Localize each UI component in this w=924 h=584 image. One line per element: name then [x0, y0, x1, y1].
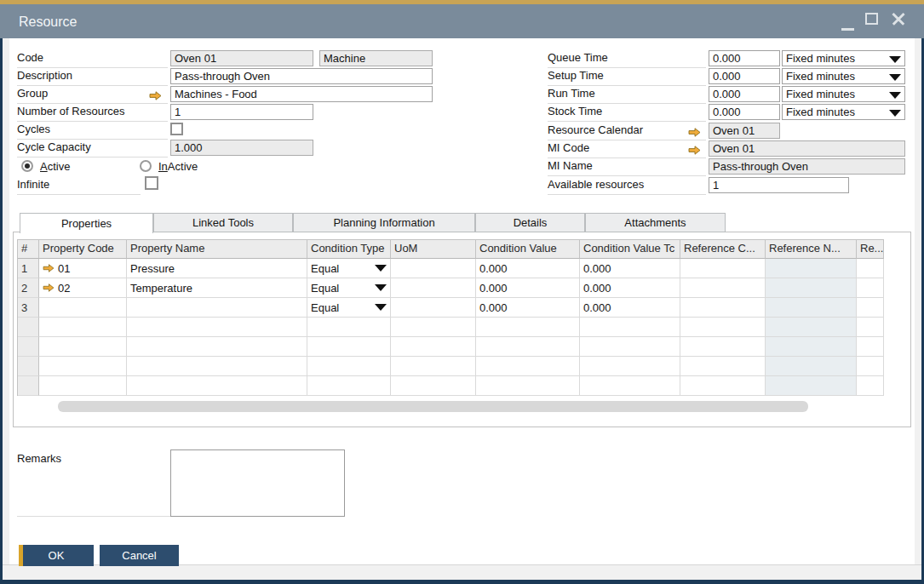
property-code-cell[interactable] — [39, 318, 127, 337]
infinite-checkbox[interactable] — [145, 176, 158, 190]
stock-time-unit-select[interactable]: Fixed minutes — [782, 104, 905, 120]
condition-value-to-cell[interactable] — [580, 318, 680, 337]
uom-cell[interactable] — [391, 259, 476, 278]
horizontal-scrollbar-thumb[interactable] — [58, 401, 808, 412]
condition-type-cell[interactable] — [307, 337, 391, 357]
uom-cell[interactable] — [391, 278, 476, 298]
re-cell[interactable] — [857, 318, 884, 337]
code-field[interactable] — [170, 50, 313, 66]
close-icon[interactable] — [892, 12, 905, 26]
link-arrow-icon[interactable] — [43, 282, 55, 295]
uom-cell[interactable] — [391, 337, 476, 357]
reference-c-cell[interactable] — [680, 337, 766, 357]
re-cell[interactable] — [857, 298, 884, 318]
condition-value-cell[interactable]: 0.000 — [476, 298, 580, 318]
titlebar[interactable]: Resource — [0, 4, 924, 38]
uom-cell[interactable] — [391, 298, 476, 318]
condition-type-cell[interactable]: Equal — [307, 278, 391, 298]
group-link-arrow-icon[interactable] — [149, 89, 162, 98]
uom-cell[interactable] — [391, 357, 476, 376]
re-cell[interactable] — [857, 278, 884, 298]
condition-value-cell[interactable]: 0.000 — [476, 278, 580, 298]
inactive-radio-label[interactable]: InActive — [158, 160, 198, 173]
reference-c-cell[interactable] — [680, 298, 766, 318]
setup-time-unit-select[interactable]: Fixed minutes — [782, 68, 905, 84]
property-code-cell[interactable] — [39, 337, 127, 357]
condition-value-cell[interactable] — [476, 318, 580, 337]
tab-properties[interactable]: Properties — [20, 213, 153, 233]
number-of-resources-field[interactable] — [170, 104, 313, 120]
mi-code-link-arrow-icon[interactable] — [688, 143, 701, 152]
condition-type-cell[interactable] — [307, 318, 391, 337]
cycle-capacity-field[interactable] — [170, 140, 313, 156]
reference-n-cell[interactable] — [766, 357, 857, 376]
condition-value-to-cell[interactable] — [580, 376, 680, 396]
property-code-cell[interactable] — [39, 298, 127, 318]
active-radio[interactable] — [21, 160, 33, 172]
condition-type-cell[interactable]: Equal — [307, 298, 391, 318]
reference-c-cell[interactable] — [680, 259, 766, 278]
tab-details[interactable]: Details — [475, 213, 585, 232]
mi-code-field[interactable] — [709, 140, 905, 157]
property-code-cell[interactable]: 02 — [39, 278, 127, 298]
run-time-field[interactable] — [709, 86, 780, 102]
tab-planning-information[interactable]: Planning Information — [293, 213, 475, 232]
resource-type-field[interactable] — [319, 50, 433, 66]
reference-c-cell[interactable] — [680, 376, 766, 396]
queue-time-field[interactable] — [709, 50, 780, 66]
name-cell[interactable]: Temperature — [127, 278, 307, 298]
condition-value-to-cell[interactable]: 0.000 — [580, 278, 680, 298]
condition-value-cell[interactable] — [476, 357, 580, 376]
condition-value-to-cell[interactable]: 0.000 — [580, 259, 680, 278]
condition-value-to-cell[interactable] — [580, 337, 680, 357]
uom-cell[interactable] — [391, 376, 476, 396]
reference-n-cell[interactable] — [766, 278, 857, 298]
inactive-radio[interactable] — [140, 160, 152, 172]
condition-type-cell[interactable]: Equal — [307, 259, 391, 278]
minimize-icon[interactable] — [841, 28, 854, 31]
property-code-cell[interactable]: 01 — [39, 259, 127, 278]
reference-n-cell[interactable] — [766, 259, 857, 278]
re-cell[interactable] — [857, 259, 884, 278]
cycles-checkbox[interactable] — [170, 123, 183, 135]
name-cell[interactable] — [127, 337, 307, 357]
tab-linked-tools[interactable]: Linked Tools — [153, 213, 293, 232]
reference-n-cell[interactable] — [766, 318, 857, 337]
name-cell[interactable] — [127, 298, 307, 318]
re-cell[interactable] — [857, 357, 884, 376]
property-code-cell[interactable] — [39, 376, 127, 396]
property-code-cell[interactable] — [39, 357, 127, 376]
stock-time-field[interactable] — [709, 104, 780, 120]
condition-type-cell[interactable] — [307, 376, 391, 396]
available-resources-field[interactable] — [709, 177, 849, 193]
resource-calendar-field[interactable] — [709, 123, 780, 139]
resource-calendar-link-arrow-icon[interactable] — [688, 125, 701, 135]
condition-value-cell[interactable] — [476, 376, 580, 396]
queue-time-unit-select[interactable]: Fixed minutes — [782, 50, 905, 66]
name-cell[interactable] — [127, 318, 307, 337]
name-cell[interactable] — [127, 376, 307, 396]
reference-c-cell[interactable] — [680, 357, 766, 376]
ok-button[interactable]: OK — [19, 545, 94, 566]
condition-value-cell[interactable] — [476, 337, 580, 357]
condition-value-to-cell[interactable] — [580, 357, 680, 376]
reference-c-cell[interactable] — [680, 318, 766, 337]
run-time-unit-select[interactable]: Fixed minutes — [782, 86, 905, 102]
description-field[interactable] — [170, 68, 433, 84]
name-cell[interactable]: Pressure — [127, 259, 307, 278]
reference-c-cell[interactable] — [680, 278, 766, 298]
tab-attachments[interactable]: Attachments — [585, 213, 726, 232]
mi-name-field[interactable] — [709, 158, 905, 175]
re-cell[interactable] — [857, 376, 884, 396]
condition-value-cell[interactable]: 0.000 — [476, 259, 580, 278]
reference-n-cell[interactable] — [766, 337, 857, 357]
reference-n-cell[interactable] — [766, 376, 857, 396]
uom-cell[interactable] — [391, 318, 476, 337]
group-field[interactable] — [170, 86, 433, 102]
re-cell[interactable] — [857, 337, 884, 357]
setup-time-field[interactable] — [709, 68, 780, 84]
name-cell[interactable] — [127, 357, 307, 376]
condition-value-to-cell[interactable]: 0.000 — [580, 298, 680, 318]
maximize-icon[interactable] — [865, 13, 878, 25]
condition-type-cell[interactable] — [307, 357, 391, 376]
